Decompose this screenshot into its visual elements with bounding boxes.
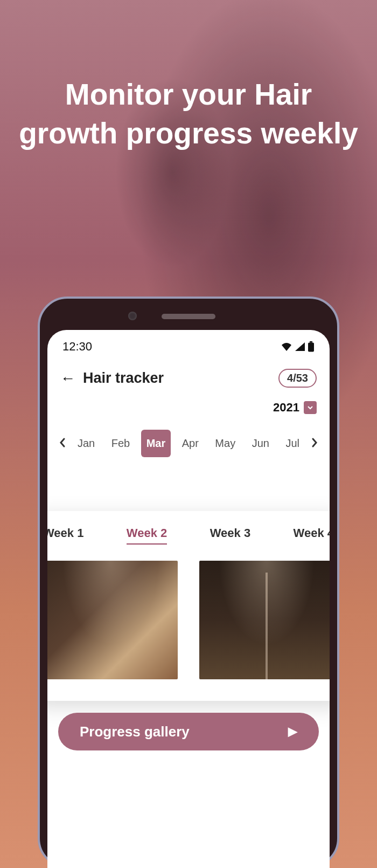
month-apr[interactable]: Apr (177, 430, 204, 457)
chevron-left-icon (59, 437, 66, 448)
page-title: Hair tracker (83, 370, 278, 387)
play-icon: ▶ (288, 725, 297, 739)
year-label: 2021 (273, 401, 299, 415)
battery-icon (308, 341, 315, 352)
month-jun[interactable]: Jun (247, 430, 275, 457)
month-feb[interactable]: Feb (106, 430, 135, 457)
month-jul[interactable]: Jul (280, 430, 305, 457)
svg-rect-0 (310, 341, 312, 343)
back-arrow-icon[interactable]: ← (60, 370, 75, 387)
status-bar: 12:30 (47, 330, 330, 358)
week-tab-1[interactable]: Week 1 (47, 526, 83, 545)
year-dropdown-button[interactable] (304, 401, 317, 414)
phone-frame: 12:30 ← Hair tracker 4/53 2021 Jan (38, 297, 339, 868)
week-tab-3[interactable]: Week 3 (210, 526, 250, 545)
chevron-down-icon (307, 404, 313, 411)
camera-dot (128, 312, 137, 320)
progress-gallery-button[interactable]: Progress gallery ▶ (58, 713, 319, 750)
status-time: 12:30 (62, 340, 92, 354)
month-prev-button[interactable] (53, 436, 72, 451)
week-tabs: Week 1 Week 2 Week 3 Week 4 (47, 526, 330, 545)
month-mar[interactable]: Mar (141, 430, 171, 457)
month-scroller: Jan Feb Mar Apr May Jun Jul (47, 420, 330, 467)
week-gallery-card: Week 1 Week 2 Week 3 Week 4 (47, 511, 330, 701)
progress-badge: 4/53 (278, 369, 317, 388)
app-header: ← Hair tracker 4/53 (47, 358, 330, 391)
month-list: Jan Feb Mar Apr May Jun Jul (72, 430, 305, 457)
speaker-grill (162, 314, 215, 319)
chevron-right-icon (311, 437, 318, 448)
week-tab-4[interactable]: Week 4 (294, 526, 330, 545)
phone-top-hardware (47, 308, 330, 330)
month-next-button[interactable] (305, 436, 324, 451)
month-jan[interactable]: Jan (72, 430, 100, 457)
wifi-icon (281, 342, 292, 352)
year-selector: 2021 (47, 391, 330, 420)
signal-icon (295, 342, 305, 352)
month-may[interactable]: May (210, 430, 241, 457)
progress-gallery-label: Progress gallery (80, 724, 288, 740)
week-tab-2[interactable]: Week 2 (127, 526, 167, 545)
progress-photos (47, 561, 330, 679)
status-icons (281, 341, 315, 352)
promo-headline: Monitor your Hair growth progress weekly (0, 75, 377, 153)
progress-photo-1[interactable] (47, 561, 178, 679)
phone-screen: 12:30 ← Hair tracker 4/53 2021 Jan (47, 330, 330, 868)
progress-photo-2[interactable] (199, 561, 330, 679)
svg-rect-1 (308, 343, 314, 352)
